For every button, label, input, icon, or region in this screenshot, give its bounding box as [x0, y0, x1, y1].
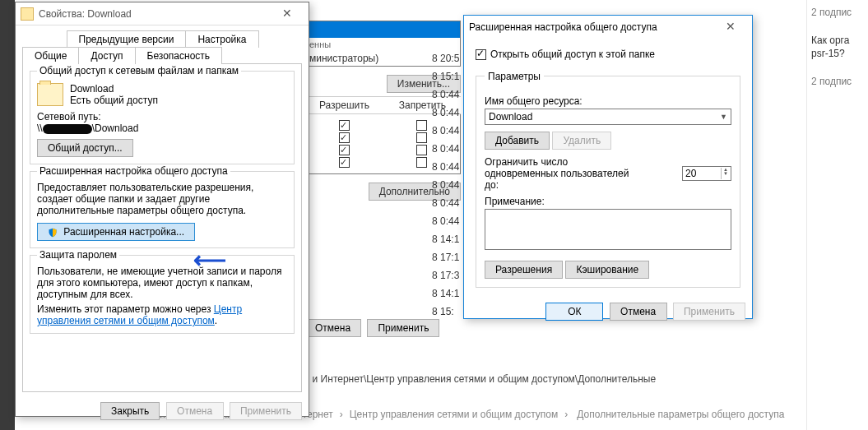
properties-dialog: Свойства: Download ✕ Предыдущие версии Н… — [15, 2, 309, 417]
adv-cancel-button[interactable]: Отмена — [610, 303, 667, 321]
remove-share-button: Удалить — [552, 132, 611, 150]
adv-titlebar[interactable]: Расширенная настройка общего доступа ✕ — [464, 16, 752, 39]
params-legend: Параметры — [485, 71, 544, 82]
bg-footer-buttons: Отмена Применить — [304, 319, 443, 337]
bg-cancel[interactable]: Отмена — [304, 319, 361, 337]
advanced-desc: Предоставляет пользовательские разрешени… — [37, 182, 287, 216]
col-allow: Разрешить — [319, 99, 369, 111]
bg-time-column: 8 20:58 15:18 0:44 8 0:448 0:448 0:44 8 … — [432, 49, 459, 321]
share-name-select[interactable]: Download ▼ — [485, 109, 731, 125]
permissions-button[interactable]: Разрешения — [485, 261, 563, 279]
spinner-icon[interactable]: ▲▼ — [721, 168, 728, 179]
caching-button[interactable]: Кэширование — [565, 261, 649, 279]
advanced-sharing-dialog: Расширенная настройка общего доступа ✕ О… — [463, 15, 753, 319]
apply-button: Применить — [230, 402, 302, 420]
folder-status: Есть общий доступ — [70, 95, 158, 106]
dialog-title: Свойства: Download — [39, 8, 271, 20]
bg-apply[interactable]: Применить — [367, 319, 439, 337]
tab-previous-versions[interactable]: Предыдущие версии — [67, 30, 187, 48]
adv-dialog-title: Расширенная настройка общего доступа — [469, 21, 714, 33]
share-button[interactable]: Общий доступ... — [37, 139, 133, 157]
adv-close-icon[interactable]: ✕ — [714, 17, 747, 37]
chevron-down-icon: ▼ — [720, 113, 727, 121]
advanced-sharing-button[interactable]: Расширенная настройка... — [37, 223, 195, 241]
close-icon[interactable]: ✕ — [271, 4, 304, 24]
tab-customize[interactable]: Настройка — [185, 30, 258, 48]
limit-users-label: Ограничить число одновременных пользоват… — [485, 156, 641, 191]
password-protect-legend: Защита паролем — [37, 249, 119, 261]
network-path-label: Сетевой путь: — [37, 111, 287, 123]
titlebar[interactable]: Свойства: Download ✕ — [16, 2, 309, 25]
cancel-button: Отмена — [166, 402, 224, 420]
checkbox-icon — [476, 49, 486, 60]
network-path-value: \\\Download — [37, 123, 287, 134]
note-textarea[interactable] — [485, 209, 731, 250]
redacted-hostname — [43, 124, 92, 134]
share-name-label: Имя общего ресурса: — [485, 95, 731, 107]
note-label: Примечание: — [485, 196, 731, 207]
add-share-button[interactable]: Добавить — [485, 132, 550, 150]
adv-apply-button: Применить — [673, 303, 745, 321]
tab-security[interactable]: Безопасность — [135, 47, 223, 64]
folder-icon — [21, 7, 34, 21]
right-sidebar: 2 подпис Как орга psr-15? 2 подпис — [806, 0, 868, 430]
tab-general[interactable]: Общие — [22, 47, 79, 64]
folder-name: Download — [70, 83, 158, 95]
bg-breadcrumb-path: ь и Интернет\Центр управления сетями и о… — [304, 373, 656, 385]
adv-ok-button[interactable]: ОК — [545, 303, 603, 321]
params-fieldset: Параметры Имя общего ресурса: Download ▼… — [476, 71, 740, 288]
limit-users-input[interactable]: 20 ▲▼ — [682, 166, 731, 181]
network-sharing-legend: Общий доступ к сетевым файлам и папкам — [37, 65, 241, 76]
password-protect-desc: Пользователи, не имеющие учетной записи … — [37, 266, 287, 300]
password-protect-change: Изменить этот параметр можно через Центр… — [37, 303, 287, 326]
advanced-sharing-legend: Расширенная настройка общего доступа — [37, 165, 230, 177]
close-button[interactable]: Закрыть — [100, 402, 160, 420]
share-folder-icon — [37, 83, 63, 106]
shield-icon — [48, 228, 58, 238]
tab-sharing[interactable]: Доступ — [78, 47, 135, 64]
enable-share-checkbox[interactable]: Открыть общий доступ к этой папке — [476, 49, 655, 60]
